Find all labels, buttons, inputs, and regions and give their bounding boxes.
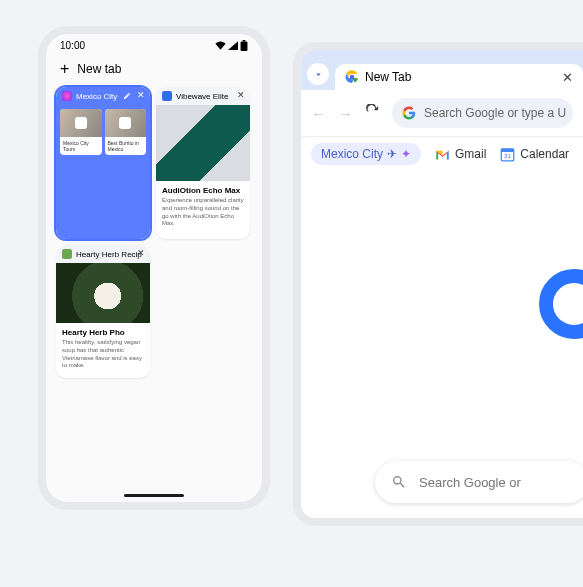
battery-icon [240,40,248,51]
search-icon [391,474,407,490]
favicon-icon [162,91,172,101]
card-tab-title: Hearty Herb Recip [76,250,142,259]
card-body: Hearty Herb Pho This healthy, satisfying… [56,323,150,378]
browser-tab[interactable]: New Tab ✕ [335,64,583,90]
home-indicator[interactable] [124,494,184,497]
bookmark-label: Gmail [455,147,486,161]
signal-icon [228,41,238,50]
card-description: This healthy, satisfying vegan soup has … [62,339,144,370]
calendar-icon: 31 [500,147,515,162]
tab-card-mexico-city[interactable]: Mexico City ✕ Mexico City Tours Best Bur… [56,87,150,239]
svg-rect-4 [502,148,515,151]
reload-icon [365,104,380,119]
browser-frame: New Tab ✕ ← → Search Google or type a U … [293,42,583,526]
bookmarks-bar: Mexico City ✈︎ ✦ Gmail 31 Calendar [301,137,583,173]
thumbnail [156,105,250,181]
tab-cards-grid: Mexico City ✕ Mexico City Tours Best Bur… [46,87,262,378]
google-logo-partial [539,269,583,339]
tab-card-hearty-herb[interactable]: Hearty Herb Recip ✕ Hearty Herb Pho This… [56,245,150,378]
forward-button[interactable]: → [338,105,353,122]
search-box[interactable]: Search Google or [375,461,583,503]
airplane-icon: ✈︎ [387,147,397,161]
new-tab-button[interactable]: + New tab [46,55,262,87]
bookmark-chip-mexico-city[interactable]: Mexico City ✈︎ ✦ [311,143,421,165]
thumbnail [56,263,150,323]
toolbar: ← → Search Google or type a U [301,90,583,137]
list-item: Mexico City Tours [60,109,102,155]
thumbnail [105,109,147,137]
gmail-icon [435,147,450,162]
tile-caption: Mexico City Tours [60,137,102,155]
bookmark-label: Calendar [520,147,569,161]
close-icon[interactable]: ✕ [137,90,145,100]
status-icons [215,40,248,51]
card-body: AudiOtion Echo Max Experience unparallel… [156,181,250,236]
tab-card-vibewave[interactable]: Vibewave Elite ✕ AudiOtion Echo Max Expe… [156,87,250,239]
clock: 10:00 [60,40,85,51]
page-content: Search Google or [301,173,583,526]
tab-search-button[interactable] [307,63,329,85]
reload-button[interactable] [365,104,380,122]
svg-rect-0 [241,41,248,51]
chrome-newtab-icon [345,70,359,84]
sparkle-icon: ✦ [401,147,411,161]
svg-rect-1 [243,40,246,41]
plus-icon: + [60,61,69,77]
tile-caption: Best Burrito in Mexico [105,137,147,155]
bookmark-label: Mexico City [321,147,383,161]
card-header: Hearty Herb Recip ✕ [56,245,150,263]
close-icon[interactable]: ✕ [562,70,573,85]
card-body: Mexico City Tours Best Burrito in Mexico [56,105,150,239]
tab-strip: New Tab ✕ [301,50,583,90]
close-icon[interactable]: ✕ [137,248,145,258]
card-header: Mexico City ✕ [56,87,150,105]
close-icon[interactable]: ✕ [237,90,245,100]
list-item: Best Burrito in Mexico [105,109,147,155]
phone-frame: 10:00 + New tab Mexico City ✕ Mexico C [38,26,270,510]
card-title: AudiOtion Echo Max [162,186,244,195]
omnibox-placeholder: Search Google or type a U [424,106,566,120]
card-description: Experience unparalleled clarity and room… [162,197,244,228]
omnibox[interactable]: Search Google or type a U [392,98,573,128]
wifi-icon [215,41,226,50]
edit-icon [123,92,131,100]
search-placeholder: Search Google or [419,475,521,490]
card-tab-title: Vibewave Elite [176,92,228,101]
card-title: Hearty Herb Pho [62,328,144,337]
card-title: Mexico City [76,92,117,101]
favicon-icon [62,91,72,101]
svg-text:31: 31 [504,152,511,159]
favicon-icon [62,249,72,259]
new-tab-label: New tab [77,62,121,76]
card-header: Vibewave Elite ✕ [156,87,250,105]
bookmark-calendar[interactable]: 31 Calendar [500,147,569,162]
tab-label: New Tab [365,70,411,84]
back-button[interactable]: ← [311,105,326,122]
status-bar: 10:00 [46,34,262,55]
bookmark-gmail[interactable]: Gmail [435,147,486,162]
chevron-down-icon [313,69,324,80]
google-g-icon [402,106,416,120]
thumbnail [60,109,102,137]
